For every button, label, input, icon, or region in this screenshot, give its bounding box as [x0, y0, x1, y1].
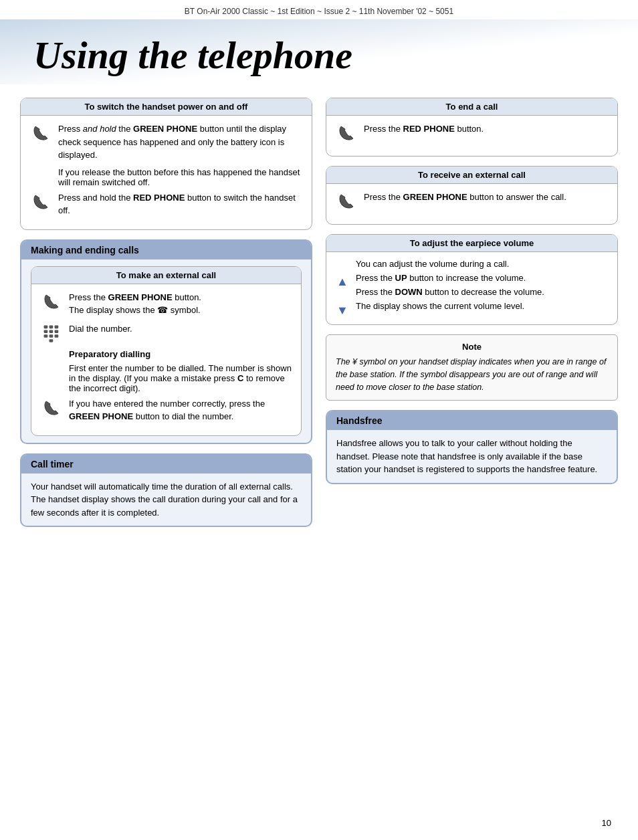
svg-rect-9	[49, 339, 54, 342]
external-call-header: To make an external call	[31, 267, 301, 284]
svg-rect-0	[44, 325, 48, 328]
power-release-text: If you release the button before this ha…	[30, 167, 302, 187]
right-column: To end a call Press the RED PHONE button…	[326, 98, 618, 527]
svg-rect-8	[55, 334, 59, 338]
external-call-step2: Dial the number.	[41, 322, 292, 344]
power-section-box: To switch the handset power on and off P…	[20, 98, 312, 230]
receive-call-header: To receive an external call	[326, 167, 617, 184]
receive-call-body: Press the GREEN PHONE button to answer t…	[326, 184, 617, 224]
volume-line3: Press the DOWN button to decrease the vo…	[356, 287, 608, 297]
end-call-text: Press the RED PHONE button.	[364, 122, 608, 136]
power-off-text: Press and hold the RED PHONE button to s…	[58, 191, 302, 217]
svg-rect-7	[49, 334, 54, 338]
note-header: Note	[336, 342, 608, 352]
making-section-body: To make an external call Press the GREEN…	[21, 259, 311, 443]
svg-rect-3	[44, 330, 48, 333]
header-bar: BT On-Air 2000 Classic ~ 1st Edition ~ I…	[0, 0, 638, 19]
note-body: The ¥ symbol on your handset display ind…	[336, 356, 608, 393]
external-call-step1: Press the GREEN PHONE button. The displa…	[41, 291, 292, 317]
making-section-header: Making and ending calls	[21, 241, 311, 259]
main-content: To switch the handset power on and off P…	[0, 84, 638, 540]
end-call-phone-icon	[336, 122, 357, 144]
svg-rect-4	[49, 330, 54, 333]
external-call-body: Press the GREEN PHONE button. The displa…	[31, 284, 301, 435]
volume-line4: The display shows the current volume lev…	[356, 301, 608, 311]
volume-content: ▲ ▼ You can adjust the volume during a c…	[336, 259, 608, 318]
receive-call-box: To receive an external call Press the GR…	[326, 166, 618, 225]
receive-call-phone-icon	[336, 191, 357, 212]
external-call-phone-icon	[41, 291, 62, 312]
handsfree-header: Handsfree	[327, 411, 617, 430]
external-call-phone-icon2	[41, 397, 62, 419]
receive-call-row: Press the GREEN PHONE button to answer t…	[336, 191, 608, 212]
end-call-box: To end a call Press the RED PHONE button…	[326, 98, 618, 156]
volume-line1: You can adjust the volume during a call.	[356, 259, 608, 269]
power-on-text: Press and hold the GREEN PHONE button un…	[58, 122, 302, 162]
end-call-body: Press the RED PHONE button.	[326, 116, 617, 156]
left-column: To switch the handset power on and off P…	[20, 98, 312, 527]
volume-text-block: You can adjust the volume during a call.…	[356, 259, 608, 318]
preparatory-dialling: Preparatory dialling First enter the num…	[41, 349, 292, 393]
power-box-body: Press and hold the GREEN PHONE button un…	[21, 116, 312, 229]
up-arrow-icon: ▲	[337, 275, 348, 289]
volume-header: To adjust the earpiece volume	[326, 235, 617, 252]
call-timer-header: Call timer	[21, 455, 311, 474]
note-box: Note The ¥ symbol on your handset displa…	[326, 334, 618, 401]
volume-box: To adjust the earpiece volume ▲ ▼ You ca…	[326, 234, 618, 325]
receive-call-text: Press the GREEN PHONE button to answer t…	[364, 191, 608, 204]
external-call-step3: If you have entered the number correctly…	[41, 397, 292, 423]
power-off-row: Press and hold the RED PHONE button to s…	[30, 191, 302, 217]
volume-line2: Press the UP button to increase the volu…	[356, 273, 608, 283]
header-text: BT On-Air 2000 Classic ~ 1st Edition ~ I…	[185, 7, 453, 16]
call-timer-section: Call timer Your handset will automatical…	[20, 453, 312, 528]
handsfree-body: Handsfree allows you to talk to your cal…	[327, 430, 617, 483]
down-arrow-icon: ▼	[337, 304, 348, 318]
green-phone-icon	[30, 122, 51, 144]
red-phone-icon	[30, 191, 51, 213]
external-call-step1-text: Press the GREEN PHONE button. The displa…	[69, 291, 292, 317]
svg-rect-2	[55, 325, 59, 328]
svg-rect-6	[44, 334, 48, 338]
page-number: 10	[602, 818, 611, 828]
keypad-icon	[41, 322, 62, 344]
volume-body: ▲ ▼ You can adjust the volume during a c…	[326, 252, 617, 324]
external-call-step2-text: Dial the number.	[69, 322, 292, 336]
svg-rect-1	[49, 325, 54, 328]
volume-arrows: ▲ ▼	[336, 259, 349, 318]
making-section: Making and ending calls To make an exter…	[20, 239, 312, 444]
external-call-step3-text: If you have entered the number correctly…	[69, 397, 292, 423]
end-call-row: Press the RED PHONE button.	[336, 122, 608, 144]
handsfree-section: Handsfree Handsfree allows you to talk t…	[326, 410, 618, 484]
call-timer-body: Your handset will automatically time the…	[21, 474, 311, 526]
external-call-box: To make an external call Press the GREEN…	[31, 266, 302, 436]
svg-rect-5	[55, 330, 59, 333]
power-on-row: Press and hold the GREEN PHONE button un…	[30, 122, 302, 162]
end-call-header: To end a call	[326, 98, 617, 116]
page-title: Using the telephone	[0, 19, 638, 84]
power-box-header: To switch the handset power on and off	[21, 98, 312, 116]
